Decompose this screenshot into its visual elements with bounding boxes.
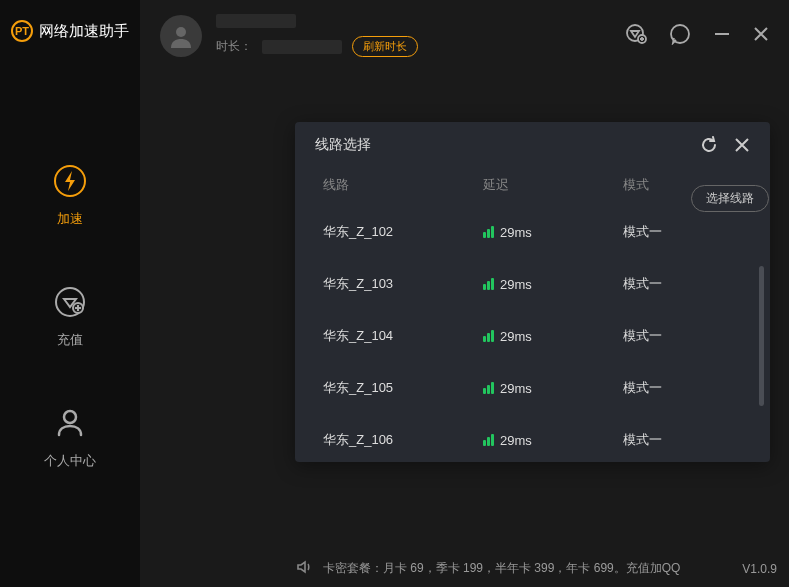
- cell-mode: 模式一: [623, 327, 743, 345]
- table-row[interactable]: 华东_Z_105 29ms 模式一: [323, 362, 762, 414]
- cell-latency: 29ms: [483, 433, 623, 448]
- sidebar-item-label: 充值: [57, 331, 83, 349]
- cell-route: 华东_Z_105: [323, 379, 483, 397]
- cell-latency: 29ms: [483, 381, 623, 396]
- cell-latency: 29ms: [483, 329, 623, 344]
- cell-latency: 29ms: [483, 225, 623, 240]
- duration-value-redacted: [262, 40, 342, 54]
- cell-route: 华东_Z_106: [323, 431, 483, 449]
- table-body[interactable]: 华东_Z_102 29ms 模式一 华东_Z_103 29ms 模式一 华东_Z…: [295, 206, 770, 462]
- user-info: 时长： 刷新时长: [216, 14, 611, 57]
- cell-mode: 模式一: [623, 431, 743, 449]
- sidebar-item-recharge[interactable]: 充值: [51, 283, 89, 349]
- footer: 卡密套餐：月卡 69，季卡 199，半年卡 399，年卡 699。充值加QQ V…: [295, 558, 777, 579]
- minimize-button[interactable]: [713, 23, 731, 49]
- sidebar-item-profile[interactable]: 个人中心: [44, 404, 96, 470]
- main-area: 时长： 刷新时长 选择线路 线路选择: [140, 0, 789, 587]
- sidebar-item-label: 加速: [57, 210, 83, 228]
- footer-text: 卡密套餐：月卡 69，季卡 199，半年卡 399，年卡 699。充值加QQ: [323, 560, 732, 577]
- version-label: V1.0.9: [742, 562, 777, 576]
- cell-mode: 模式一: [623, 379, 743, 397]
- user-icon: [51, 404, 89, 442]
- close-button[interactable]: [753, 24, 769, 47]
- table-row[interactable]: 华东_Z_106 29ms 模式一: [323, 414, 762, 462]
- signal-icon: [483, 330, 494, 342]
- table-row[interactable]: 华东_Z_102 29ms 模式一: [323, 206, 762, 258]
- cell-mode: 模式一: [623, 223, 743, 241]
- speaker-icon[interactable]: [295, 558, 313, 579]
- col-latency: 延迟: [483, 176, 623, 194]
- chat-icon[interactable]: [669, 23, 691, 49]
- logo-icon: PT: [11, 20, 33, 42]
- svg-point-3: [64, 411, 76, 423]
- cell-route: 华东_Z_104: [323, 327, 483, 345]
- table-row[interactable]: 华东_Z_104 29ms 模式一: [323, 310, 762, 362]
- signal-icon: [483, 226, 494, 238]
- modal-title: 线路选择: [315, 136, 684, 154]
- sidebar-item-boost[interactable]: 加速: [51, 162, 89, 228]
- select-route-button[interactable]: 选择线路: [691, 185, 769, 212]
- bolt-icon: [51, 162, 89, 200]
- table-row[interactable]: 华东_Z_103 29ms 模式一: [323, 258, 762, 310]
- scrollbar-thumb[interactable]: [759, 266, 764, 406]
- app-logo: PT 网络加速助手: [11, 20, 129, 42]
- svg-point-4: [176, 27, 186, 37]
- cell-route: 华东_Z_102: [323, 223, 483, 241]
- topbar: 时长： 刷新时长: [140, 0, 789, 71]
- signal-icon: [483, 382, 494, 394]
- sidebar: PT 网络加速助手 加速 充值 个人中心: [0, 0, 140, 587]
- signal-icon: [483, 278, 494, 290]
- duration-label: 时长：: [216, 38, 252, 55]
- modal-refresh-button[interactable]: [700, 136, 718, 154]
- user-name-redacted: [216, 14, 611, 32]
- sidebar-nav: 加速 充值 个人中心: [44, 162, 96, 470]
- modal-header: 线路选择: [295, 122, 770, 164]
- modal-close-button[interactable]: [734, 137, 750, 153]
- top-icons: [625, 23, 769, 49]
- user-duration-row: 时长： 刷新时长: [216, 36, 611, 57]
- app-title: 网络加速助手: [39, 22, 129, 41]
- cell-mode: 模式一: [623, 275, 743, 293]
- scrollbar[interactable]: [759, 266, 764, 466]
- col-route: 线路: [323, 176, 483, 194]
- signal-icon: [483, 434, 494, 446]
- cell-route: 华东_Z_103: [323, 275, 483, 293]
- avatar[interactable]: [160, 15, 202, 57]
- refresh-duration-button[interactable]: 刷新时长: [352, 36, 418, 57]
- cell-latency: 29ms: [483, 277, 623, 292]
- recharge-icon[interactable]: [625, 23, 647, 49]
- route-select-modal: 线路选择 线路 延迟 模式 华东_Z_102 29ms 模式一 华东_Z_103…: [295, 122, 770, 462]
- sidebar-item-label: 个人中心: [44, 452, 96, 470]
- diamond-plus-icon: [51, 283, 89, 321]
